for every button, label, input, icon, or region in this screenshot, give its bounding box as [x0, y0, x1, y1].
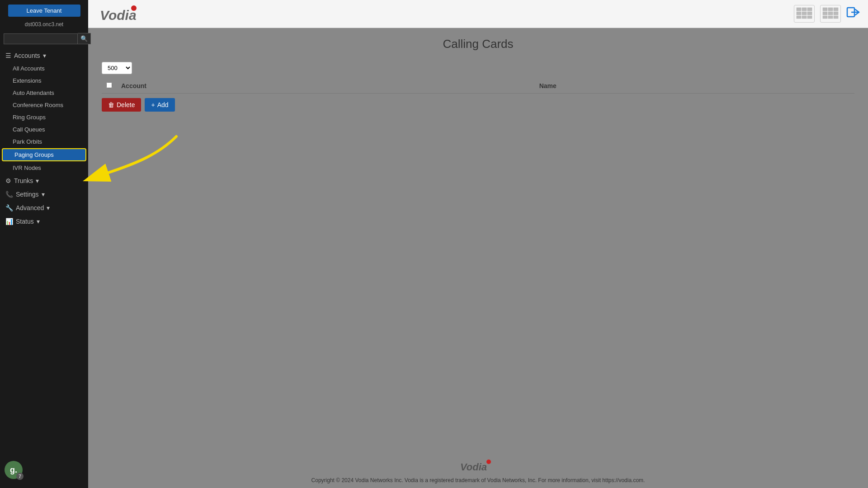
- status-chevron-icon: ▾: [37, 218, 40, 225]
- status-label: Status: [16, 218, 34, 225]
- status-nav-header[interactable]: 📊 Status ▾: [0, 215, 88, 228]
- trunks-nav-header[interactable]: ⚙ Trunks ▾: [0, 174, 88, 188]
- svg-rect-5: [797, 12, 801, 15]
- settings-icon: 📞: [5, 191, 13, 198]
- sidebar-item-park-orbits[interactable]: Park Orbits: [0, 136, 88, 148]
- advanced-icon: 🔧: [5, 204, 13, 211]
- advanced-nav-header[interactable]: 🔧 Advanced ▾: [0, 201, 88, 215]
- tenant-hostname: dst003.onc3.net: [0, 21, 88, 28]
- accounts-icon: ☰: [5, 52, 11, 59]
- svg-rect-18: [828, 16, 833, 19]
- svg-rect-15: [828, 12, 833, 15]
- sidebar-item-conference-rooms[interactable]: Conference Rooms: [0, 99, 88, 111]
- sidebar: Leave Tenant dst003.onc3.net 🔍 ☰ Account…: [0, 0, 88, 488]
- delete-button[interactable]: 🗑 Delete: [102, 98, 141, 112]
- logo: Vodia: [95, 4, 150, 24]
- svg-rect-7: [807, 12, 812, 15]
- svg-rect-8: [797, 16, 801, 19]
- svg-rect-17: [823, 16, 827, 19]
- per-page-select[interactable]: 500 100 250 1000: [102, 62, 132, 74]
- trunks-label: Trunks: [14, 177, 33, 184]
- svg-text:Vodia: Vodia: [460, 461, 487, 473]
- select-all-header: [102, 79, 117, 94]
- settings-chevron-icon: ▾: [42, 191, 45, 198]
- sidebar-item-auto-attendants[interactable]: Auto Attendants: [0, 87, 88, 99]
- advanced-chevron-icon: ▾: [47, 204, 50, 211]
- add-button[interactable]: + Add: [145, 98, 175, 112]
- svg-rect-6: [802, 12, 807, 15]
- svg-rect-9: [802, 16, 807, 19]
- action-buttons: 🗑 Delete + Add: [102, 98, 854, 112]
- svg-rect-4: [807, 8, 812, 11]
- svg-text:Vodia: Vodia: [100, 8, 137, 23]
- logout-icon: [846, 5, 861, 19]
- trunks-chevron-icon: ▾: [36, 177, 39, 184]
- settings-label: Settings: [16, 191, 39, 198]
- sidebar-item-extensions[interactable]: Extensions: [0, 75, 88, 87]
- search-container: 🔍: [4, 33, 85, 44]
- accounts-chevron-icon: ▾: [43, 52, 46, 59]
- sidebar-bottom: g. 7: [5, 461, 23, 479]
- main-content: Vodia: [88, 0, 868, 488]
- topbar: Vodia: [88, 0, 868, 28]
- accounts-label: Accounts: [14, 52, 40, 59]
- avatar-badge: 7: [16, 473, 24, 480]
- grid-view-button-2[interactable]: [820, 5, 841, 23]
- svg-rect-14: [823, 12, 827, 15]
- footer-vodia-logo: Vodia: [458, 459, 499, 473]
- sidebar-item-all-accounts[interactable]: All Accounts: [0, 62, 88, 75]
- grid-view-button-1[interactable]: [794, 5, 815, 23]
- sidebar-item-call-queues[interactable]: Call Queues: [0, 123, 88, 136]
- trunks-icon: ⚙: [5, 177, 11, 184]
- svg-point-23: [486, 460, 491, 464]
- page-title: Calling Cards: [102, 37, 854, 51]
- footer-copyright: Copyright © 2024 Vodia Networks Inc. Vod…: [93, 477, 863, 483]
- plus-icon: +: [151, 101, 155, 108]
- page-content: Calling Cards 500 100 250 1000 Account N…: [88, 28, 868, 454]
- footer: Vodia Copyright © 2024 Vodia Networks In…: [88, 454, 868, 488]
- grid-icon-1: [796, 7, 812, 19]
- vodia-logo-svg: Vodia: [95, 4, 150, 24]
- avatar-initial: g.: [10, 465, 17, 475]
- advanced-label: Advanced: [16, 204, 44, 211]
- search-input[interactable]: [4, 33, 78, 44]
- sidebar-item-ivr-nodes[interactable]: IVR Nodes: [0, 162, 88, 174]
- svg-rect-16: [834, 12, 838, 15]
- sidebar-item-paging-groups[interactable]: Paging Groups: [2, 148, 86, 161]
- data-table: Account Name: [102, 79, 854, 94]
- sidebar-item-ring-groups[interactable]: Ring Groups: [0, 111, 88, 123]
- table-controls: 500 100 250 1000: [102, 62, 854, 74]
- svg-rect-11: [823, 8, 827, 11]
- svg-rect-3: [802, 8, 807, 11]
- svg-rect-12: [828, 8, 833, 11]
- settings-nav-header[interactable]: 📞 Settings ▾: [0, 188, 88, 201]
- svg-rect-19: [834, 16, 838, 19]
- svg-rect-13: [834, 8, 838, 11]
- footer-logo: Vodia: [93, 459, 863, 475]
- accounts-nav-header[interactable]: ☰ Accounts ▾: [0, 49, 88, 62]
- status-icon: 📊: [5, 218, 13, 225]
- svg-rect-2: [797, 8, 801, 11]
- trash-icon: 🗑: [108, 101, 114, 108]
- avatar[interactable]: g. 7: [5, 461, 23, 479]
- account-col-header: Account: [117, 79, 535, 94]
- leave-tenant-button[interactable]: Leave Tenant: [8, 5, 80, 17]
- topbar-right: [794, 5, 861, 23]
- grid-icon-2: [822, 7, 839, 19]
- svg-rect-10: [807, 16, 812, 19]
- name-col-header: Name: [535, 79, 854, 94]
- select-all-checkbox[interactable]: [106, 82, 112, 88]
- logout-button[interactable]: [846, 5, 861, 23]
